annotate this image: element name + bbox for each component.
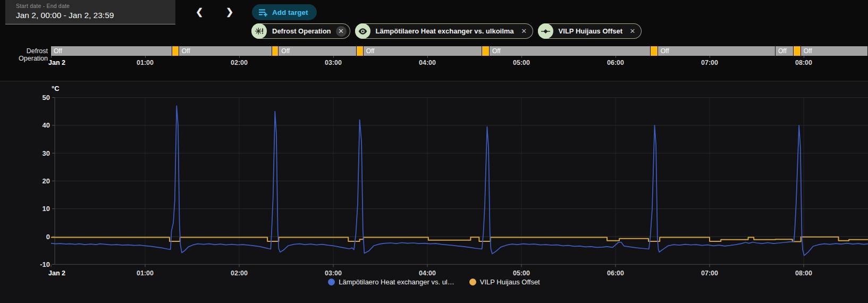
timeline-tick <box>616 56 616 58</box>
timeline-segment-on[interactable] <box>794 46 801 56</box>
timeline-tick <box>333 56 334 58</box>
timeline-segment-off[interactable]: Off <box>279 46 357 56</box>
y-tick-label: 40 <box>43 121 50 129</box>
chip-label: Lämpötilaero Heat exchanger vs. ulkoilma <box>370 27 519 35</box>
x-tick-label: Jan 2 <box>48 270 65 277</box>
timeline-tick <box>51 56 52 58</box>
y-axis-unit-label: °C <box>52 85 60 92</box>
timeline-tick <box>427 56 428 58</box>
add-target-label: Add target <box>272 9 308 16</box>
y-tick-label: 30 <box>43 149 50 157</box>
timeline-segment-off[interactable]: Off <box>51 46 172 56</box>
timeline-segment-on[interactable] <box>651 46 658 56</box>
timeline-state-label: Off <box>51 46 172 56</box>
legend-dot-yellow <box>469 279 476 285</box>
timeline-state-label: Off <box>179 46 272 56</box>
timeline-state-label: Off <box>364 46 482 56</box>
timeline-tick <box>145 56 146 58</box>
legend-label: VILP Huijaus Offset <box>480 278 540 286</box>
y-tick-label: 50 <box>43 94 50 102</box>
chip-label: Defrost Operation <box>267 27 336 35</box>
x-tick-label: 05:00 <box>513 270 530 277</box>
defrost-state-timeline[interactable]: OffOffOffOffOffOffOffOff <box>51 46 868 56</box>
timeline-state-label: Off <box>776 46 793 56</box>
legend-dot-blue <box>328 279 335 285</box>
timeline-tick <box>239 56 240 58</box>
close-icon[interactable]: ✕ <box>627 26 638 37</box>
timeline-segment-off[interactable]: Off <box>776 46 794 56</box>
add-target-button[interactable]: Add target <box>252 4 317 20</box>
timeline-segment-off[interactable]: Off <box>364 46 482 56</box>
previous-period-button[interactable]: ❮ <box>191 4 207 19</box>
timeline-segment-on[interactable] <box>482 46 490 56</box>
timeline-state-label: Off <box>490 46 650 56</box>
timeline-state-label: Off <box>279 46 356 56</box>
timeline-tick <box>804 56 804 58</box>
timeline-tick-label: 08:00 <box>785 59 822 66</box>
timeline-segment-on[interactable] <box>357 46 363 56</box>
chip-label: VILP Huijaus Offset <box>553 27 627 35</box>
timeline-segment-off[interactable]: Off <box>658 46 776 56</box>
series-offset <box>51 237 868 242</box>
x-tick-label: 04:00 <box>419 270 436 277</box>
x-tick-label: 06:00 <box>607 270 624 277</box>
playlist-plus-icon <box>259 9 268 16</box>
timeline-tick <box>710 56 710 58</box>
y-tick-label: -10 <box>40 260 50 268</box>
timeline-tick-label: 05:00 <box>503 59 540 66</box>
legend-item-vilp-offset[interactable]: VILP Huijaus Offset <box>469 278 540 286</box>
chart-legend: Lämpötilaero Heat exchanger vs. ul… VILP… <box>0 278 868 286</box>
timeline-segment-on[interactable] <box>172 46 179 56</box>
y-tick-label: 10 <box>43 205 50 213</box>
x-tick-label: 07:00 <box>701 270 718 277</box>
timeline-tick-label: 03:00 <box>315 59 352 66</box>
timeline-tick-label: 01:00 <box>127 59 164 66</box>
close-icon[interactable]: ✕ <box>519 26 529 37</box>
date-range-value: Jan 2, 00:00 - Jan 2, 23:59 <box>16 11 175 20</box>
timeline-tick-label: Jan 2 <box>38 59 75 66</box>
x-tick-label: 01:00 <box>137 270 154 277</box>
chip-defrost-operation[interactable]: Defrost Operation ✕ <box>251 23 350 39</box>
next-period-button[interactable]: ❯ <box>222 4 238 19</box>
chip-vilp-huijaus-offset[interactable]: VILP Huijaus Offset ✕ <box>538 23 642 39</box>
ray-vertex-icon <box>538 23 553 39</box>
timeline-state-label: Off <box>801 46 867 56</box>
timeline-segment-off[interactable]: Off <box>490 46 651 56</box>
legend-item-lampotilaero[interactable]: Lämpötilaero Heat exchanger vs. ul… <box>328 278 454 286</box>
temperature-chart[interactable]: 50403020100-10°CJan 201:0002:0003:0004:0… <box>0 82 868 303</box>
timeline-tick-label: 02:00 <box>221 59 258 66</box>
timeline-state-label: Off <box>658 46 775 56</box>
chevron-right-icon: ❯ <box>226 6 233 18</box>
x-tick-label: 03:00 <box>325 270 342 277</box>
legend-label: Lämpötilaero Heat exchanger vs. ul… <box>339 278 454 286</box>
target-chips-row: Defrost Operation ✕ Lämpötilaero Heat ex… <box>251 23 642 39</box>
timeline-segment-off[interactable]: Off <box>801 46 868 56</box>
y-tick-label: 20 <box>43 177 50 185</box>
timeline-time-axis: Jan 201:0002:0003:0004:0005:0006:0007:00… <box>0 56 868 70</box>
eye-icon <box>355 23 370 39</box>
date-range-picker[interactable]: Start date - End date Jan 2, 00:00 - Jan… <box>5 0 175 24</box>
chip-lampotilaero[interactable]: Lämpötilaero Heat exchanger vs. ulkoilma… <box>355 23 533 39</box>
snowflake-alert-icon <box>251 23 267 39</box>
timeline-tick-label: 04:00 <box>409 59 446 66</box>
timeline-tick <box>521 56 522 58</box>
timeline-tick-label: 06:00 <box>597 59 634 66</box>
timeline-tick-label: 07:00 <box>691 59 728 66</box>
timeline-segment-on[interactable] <box>272 46 279 56</box>
x-tick-label: 02:00 <box>231 270 248 277</box>
date-range-label: Start date - End date <box>16 3 175 9</box>
x-tick-label: 08:00 <box>795 270 812 277</box>
close-icon[interactable]: ✕ <box>336 26 347 37</box>
timeline-segment-off[interactable]: Off <box>179 46 272 56</box>
y-tick-label: 0 <box>46 233 50 241</box>
chevron-left-icon: ❮ <box>196 6 203 18</box>
history-dashboard: Start date - End date Jan 2, 00:00 - Jan… <box>0 0 868 303</box>
